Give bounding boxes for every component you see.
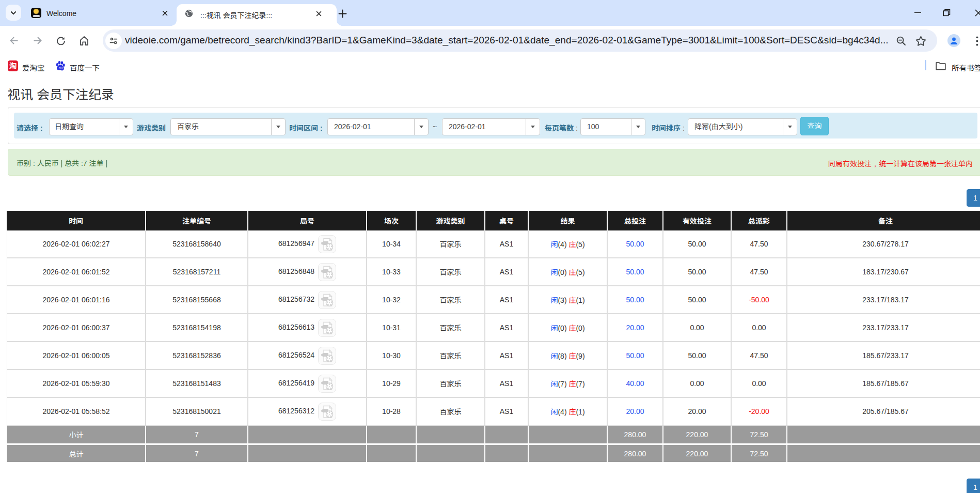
svg-text:du: du bbox=[59, 66, 63, 70]
